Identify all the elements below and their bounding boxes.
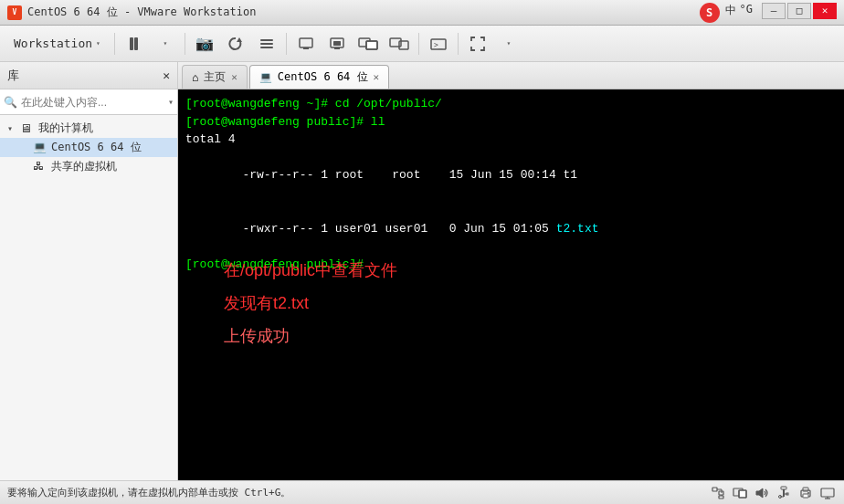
console-button[interactable]: >_: [425, 31, 452, 57]
network-icon: [711, 486, 725, 500]
sidebar-close-icon[interactable]: ✕: [163, 68, 170, 82]
revert-icon: [227, 36, 244, 52]
vm-icon-1: [298, 36, 314, 52]
toolbar-sep-1: [114, 33, 115, 55]
main-content: 库 ✕ 🔍 ▾ ▾ 🖥 我的计算机 💻 CentOS 6 64 位: [0, 62, 844, 480]
vm-state-4[interactable]: [385, 31, 413, 57]
my-computer-label: 我的计算机: [38, 121, 93, 136]
vm-state-2[interactable]: [323, 31, 351, 57]
vm-tab-label: CentOS 6 64 位: [278, 69, 368, 85]
term-line-4: -rw-r--r-- 1 root root 15 Jun 15 00:14 t…: [185, 149, 837, 203]
svg-rect-1: [260, 39, 273, 41]
svg-rect-36: [821, 488, 834, 497]
svg-rect-4: [300, 38, 312, 47]
vm-icon-4: [389, 36, 409, 52]
svg-rect-33: [803, 494, 808, 498]
pause-button[interactable]: [121, 31, 148, 57]
statusbar-icon-usb[interactable]: [775, 485, 793, 501]
svg-point-35: [807, 492, 809, 494]
vm-tab-icon: 💻: [259, 71, 272, 83]
tab-bar: ⌂ 主页 ✕ 💻 CentOS 6 64 位 ✕: [178, 62, 844, 89]
search-icon: 🔍: [4, 96, 17, 109]
vm-label: CentOS 6 64 位: [51, 140, 142, 155]
statusbar-hint: 要将输入定向到该虚拟机，请在虚拟机内部单击或按 Ctrl+G。: [7, 486, 290, 499]
vm-state-1[interactable]: [292, 31, 320, 57]
vm-control-icon: [733, 486, 747, 500]
fullscreen-icon: [469, 36, 486, 52]
svg-rect-10: [366, 41, 377, 49]
statusbar-icon-vm-control[interactable]: [731, 485, 749, 501]
svg-rect-3: [260, 47, 273, 48]
sidebar-item-shared[interactable]: 🖧 共享的虚拟机: [0, 157, 177, 176]
sidebar-item-mycomputer[interactable]: ▾ 🖥 我的计算机: [0, 119, 177, 138]
toolbar-sep-2: [185, 33, 185, 55]
toolbar-sep-5: [458, 33, 459, 55]
workstation-dropdown-arrow: ▾: [96, 39, 100, 47]
search-dropdown-icon[interactable]: ▾: [168, 97, 174, 107]
svg-rect-27: [783, 489, 785, 497]
sogou-icon[interactable]: S: [700, 3, 720, 23]
svg-rect-16: [712, 488, 717, 491]
svg-text:>_: >_: [434, 41, 443, 49]
snapshot-button[interactable]: 📷: [191, 31, 218, 57]
usb-icon: [776, 486, 791, 500]
term-line-5: -rwxr--r-- 1 user01 user01 0 Jun 15 01:0…: [185, 202, 837, 256]
home-tab-close[interactable]: ✕: [231, 71, 237, 83]
sidebar: 库 ✕ 🔍 ▾ ▾ 🖥 我的计算机 💻 CentOS 6 64 位: [0, 62, 178, 480]
fullscreen-dropdown[interactable]: ▾: [495, 31, 522, 57]
statusbar-icon-display[interactable]: [818, 485, 837, 501]
svg-rect-5: [303, 47, 309, 49]
close-button[interactable]: ✕: [813, 3, 837, 19]
sidebar-header-label: 库: [7, 68, 19, 84]
tab-centos[interactable]: 💻 CentOS 6 64 位 ✕: [249, 65, 389, 89]
pause-dropdown[interactable]: ▾: [152, 31, 179, 57]
toolbar-sep-3: [286, 33, 287, 55]
term-line-2: [root@wangdefeng public]# ll: [185, 113, 837, 131]
revert-button[interactable]: [222, 31, 249, 57]
svg-rect-8: [334, 47, 340, 49]
annotation-line3: 上传成功: [224, 320, 397, 352]
console-icon: >_: [429, 36, 448, 52]
term-line4-file: t1: [563, 168, 577, 182]
statusbar-icons: [709, 485, 837, 501]
search-input[interactable]: [21, 96, 168, 109]
statusbar-icon-audio[interactable]: [753, 485, 771, 501]
vm-tab-close[interactable]: ✕: [374, 71, 380, 83]
sidebar-header: 库 ✕: [0, 62, 177, 89]
term-line-1: [root@wangdefeng ~]# cd /opt/public/: [185, 95, 837, 113]
audio-icon: [754, 486, 769, 500]
vmware-icon: V: [7, 5, 22, 20]
minimize-button[interactable]: —: [762, 3, 786, 19]
settings-button[interactable]: [253, 31, 280, 57]
display-icon: [820, 486, 835, 500]
expand-icon: ▾: [7, 123, 20, 133]
fullscreen-button[interactable]: [464, 31, 491, 57]
settings-icon: [258, 36, 275, 52]
right-panel: ⌂ 主页 ✕ 💻 CentOS 6 64 位 ✕ [root@wangdefen…: [178, 62, 844, 480]
vm-icon-2: [329, 36, 345, 52]
terminal[interactable]: [root@wangdefeng ~]# cd /opt/public/ [ro…: [178, 89, 844, 480]
vm-icon: 💻: [33, 141, 47, 155]
workstation-menu[interactable]: Workstation ▾: [5, 30, 109, 58]
term-line-3: total 4: [185, 131, 837, 149]
titlebar-title: CentOS 6 64 位 - VMware Workstation: [27, 5, 256, 20]
sidebar-search: 🔍 ▾: [0, 89, 177, 115]
sogou-label: 中: [725, 3, 736, 23]
tab-home[interactable]: ⌂ 主页 ✕: [182, 65, 248, 89]
vm-icon-3: [358, 36, 378, 52]
vm-state-3[interactable]: [354, 31, 382, 57]
statusbar-icon-print[interactable]: [797, 485, 815, 501]
sidebar-item-centos[interactable]: 💻 CentOS 6 64 位: [0, 138, 177, 157]
sogou-extra: °G: [740, 3, 753, 23]
maximize-button[interactable]: □: [787, 3, 811, 19]
svg-rect-2: [260, 43, 273, 45]
workstation-label: Workstation: [14, 37, 92, 50]
statusbar-icon-network[interactable]: [709, 485, 727, 501]
svg-marker-0: [237, 37, 242, 42]
annotation-line1: 在/opt/public中查看文件: [224, 254, 397, 287]
svg-rect-7: [333, 41, 341, 46]
titlebar-left: V CentOS 6 64 位 - VMware Workstation: [7, 5, 256, 20]
computer-icon: 🖥: [20, 121, 35, 136]
svg-marker-25: [756, 488, 763, 498]
sidebar-tree: ▾ 🖥 我的计算机 💻 CentOS 6 64 位 🖧 共享的虚拟机: [0, 115, 177, 480]
